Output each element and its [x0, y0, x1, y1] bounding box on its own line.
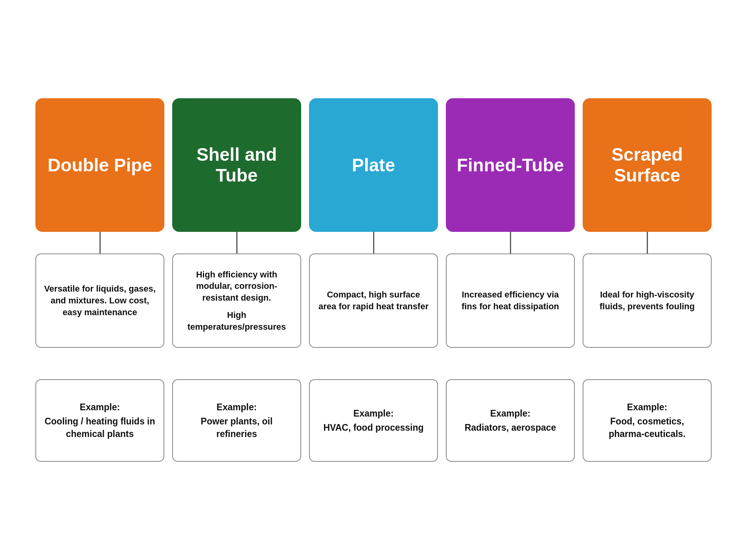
example-value-finned-tube: Radiators, aerospace — [465, 421, 556, 434]
mid-card-finned-tube: Increased efficiency via fins for heat d… — [446, 253, 575, 348]
example-value-plate: HVAC, food processing — [323, 421, 423, 434]
connector-shell-and-tube — [236, 232, 237, 253]
example-label-shell-and-tube: Example: — [217, 401, 257, 413]
column-scraped-surface: Scraped SurfaceIdeal for high-viscosity … — [583, 98, 712, 348]
column-plate: PlateCompact, high surface area for rapi… — [309, 98, 438, 348]
connector-plate — [373, 232, 374, 253]
example-label-finned-tube: Example: — [490, 407, 530, 420]
top-card-shell-and-tube: Shell and Tube — [172, 98, 301, 232]
example-value-double-pipe: Cooling / heating fluids in chemical pla… — [44, 415, 156, 440]
top-card-finned-tube: Finned-Tube — [446, 98, 575, 232]
bottom-card-plate: Example:HVAC, food processing — [309, 379, 438, 462]
bottom-column-double-pipe: Example:Cooling / heating fluids in chem… — [35, 379, 164, 462]
bottom-column-shell-and-tube: Example:Power plants, oil refineries — [172, 379, 301, 462]
mid-text-shell-and-tube-1: High temperatures/pressures — [181, 309, 293, 332]
example-label-double-pipe: Example: — [80, 401, 120, 413]
example-value-scraped-surface: Food, cosmetics, pharma-ceuticals. — [591, 415, 703, 440]
column-shell-and-tube: Shell and TubeHigh efficiency with modul… — [172, 98, 301, 348]
top-label-shell-and-tube: Shell and Tube — [180, 144, 293, 186]
connector-scraped-surface — [647, 232, 648, 253]
top-label-scraped-surface: Scraped Surface — [591, 144, 704, 186]
bottom-card-shell-and-tube: Example:Power plants, oil refineries — [172, 379, 301, 462]
mid-text-double-pipe-0: Versatile for liquids, gases, and mixtur… — [44, 283, 156, 318]
bottom-column-finned-tube: Example:Radiators, aerospace — [446, 379, 575, 462]
top-label-finned-tube: Finned-Tube — [457, 155, 564, 176]
top-card-plate: Plate — [309, 98, 438, 232]
example-label-scraped-surface: Example: — [627, 401, 667, 413]
bottom-card-scraped-surface: Example:Food, cosmetics, pharma-ceutical… — [583, 379, 712, 462]
example-value-shell-and-tube: Power plants, oil refineries — [181, 415, 293, 440]
mid-text-shell-and-tube-0: High efficiency with modular, corrosion-… — [181, 269, 293, 304]
column-double-pipe: Double PipeVersatile for liquids, gases,… — [35, 98, 164, 348]
top-label-double-pipe: Double Pipe — [48, 155, 152, 176]
main-columns: Double PipeVersatile for liquids, gases,… — [35, 98, 712, 348]
bottom-section: Example:Cooling / heating fluids in chem… — [35, 379, 712, 462]
mid-card-double-pipe: Versatile for liquids, gases, and mixtur… — [35, 253, 164, 348]
bottom-card-double-pipe: Example:Cooling / heating fluids in chem… — [35, 379, 164, 462]
mid-text-plate-0: Compact, high surface area for rapid hea… — [318, 289, 429, 312]
mid-text-scraped-surface-0: Ideal for high-viscosity fluids, prevent… — [591, 289, 703, 312]
bottom-columns: Example:Cooling / heating fluids in chem… — [35, 379, 712, 462]
bottom-column-scraped-surface: Example:Food, cosmetics, pharma-ceutical… — [583, 379, 712, 462]
connector-finned-tube — [510, 232, 511, 253]
mid-card-scraped-surface: Ideal for high-viscosity fluids, prevent… — [583, 253, 712, 348]
top-label-plate: Plate — [352, 155, 395, 176]
top-card-scraped-surface: Scraped Surface — [583, 98, 712, 232]
example-label-plate: Example: — [353, 407, 394, 420]
top-card-double-pipe: Double Pipe — [35, 98, 164, 232]
page-container: Double PipeVersatile for liquids, gases,… — [20, 75, 727, 485]
mid-card-plate: Compact, high surface area for rapid hea… — [309, 253, 438, 348]
bottom-card-finned-tube: Example:Radiators, aerospace — [446, 379, 575, 462]
connector-double-pipe — [99, 232, 101, 253]
mid-text-finned-tube-0: Increased efficiency via fins for heat d… — [454, 289, 566, 312]
column-finned-tube: Finned-TubeIncreased efficiency via fins… — [446, 98, 575, 348]
bottom-column-plate: Example:HVAC, food processing — [309, 379, 438, 462]
mid-card-shell-and-tube: High efficiency with modular, corrosion-… — [172, 253, 301, 348]
